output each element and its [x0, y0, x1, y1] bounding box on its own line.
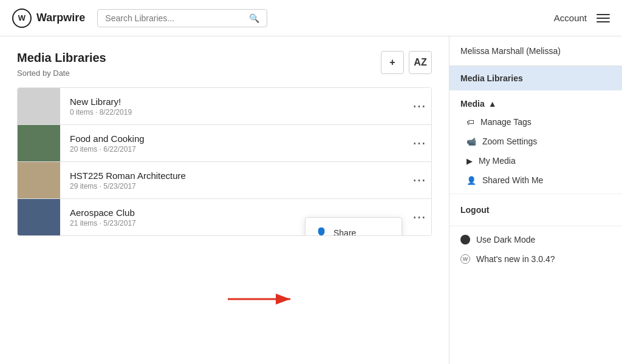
dark-mode-label: Use Dark Mode — [476, 235, 535, 244]
sidebar-menu-label: Zoom Settings — [482, 136, 537, 146]
library-item: New Library!0 items · 8/22/2019⋯ — [18, 88, 431, 125]
library-name: HST225 Roman Architecture — [70, 170, 397, 181]
library-name: Aerospace Club — [70, 207, 397, 218]
sidebar-media-section[interactable]: Media ▲ — [449, 90, 622, 112]
arrow-indicator — [225, 290, 298, 311]
library-name: New Library! — [70, 96, 397, 107]
hamburger-menu[interactable] — [596, 14, 610, 22]
library-item: HST225 Roman Architecture29 items · 5/23… — [18, 162, 431, 199]
library-item: Food and Cooking20 items · 6/22/2017⋯ — [18, 125, 431, 162]
person-icon: 👤 — [466, 176, 476, 185]
search-bar[interactable]: 🔍 — [97, 9, 267, 27]
library-info: HST225 Roman Architecture29 items · 5/23… — [60, 170, 407, 190]
ellipsis-icon: ⋯ — [412, 209, 426, 225]
library-thumbnail — [18, 162, 60, 198]
sidebar-menu: 🏷Manage Tags📹Zoom Settings▶My Media👤Shar… — [449, 112, 622, 190]
sidebar-item-media-libraries[interactable]: Media Libraries — [449, 66, 622, 90]
context-menu-label: Share — [333, 228, 356, 237]
search-input[interactable] — [105, 13, 249, 23]
whats-new-label: What's new in 3.0.4? — [476, 254, 555, 264]
library-menu-button[interactable]: ⋯ — [407, 199, 431, 235]
sidebar-item-manage-tags[interactable]: 🏷Manage Tags — [449, 112, 622, 132]
sidebar-menu-label: Shared With Me — [482, 175, 543, 185]
share-icon: 👤 — [315, 227, 327, 236]
sidebar-item-shared-with-me[interactable]: 👤Shared With Me — [449, 170, 622, 190]
search-icon: 🔍 — [249, 13, 259, 23]
page-title: Media Libraries — [17, 51, 432, 65]
library-menu-button[interactable]: ⋯ — [407, 125, 431, 161]
library-thumbnail — [18, 125, 60, 161]
sort-button[interactable]: AZ — [409, 51, 432, 74]
account-link[interactable]: Account — [554, 13, 587, 23]
library-item: Aerospace Club21 items · 5/23/2017⋯👤Shar… — [18, 199, 431, 235]
content-area: Media Libraries Sorted by Date + AZ New … — [0, 36, 449, 364]
sidebar-footer-dark-mode[interactable]: Use Dark Mode — [449, 230, 622, 249]
library-thumbnail — [18, 88, 60, 124]
sort-label: Sorted by Date — [17, 69, 432, 78]
library-name: Food and Cooking — [70, 133, 397, 144]
header-right: Account — [554, 13, 610, 23]
header: W Warpwire 🔍 Account — [0, 0, 622, 36]
tag-icon: 🏷 — [466, 118, 474, 127]
sidebar-menu-label: My Media — [479, 156, 516, 166]
library-thumbnail — [18, 199, 60, 235]
library-meta: 29 items · 5/23/2017 — [70, 182, 397, 190]
logo-icon: W — [12, 8, 32, 28]
video-icon: 📹 — [466, 137, 476, 146]
logout-button[interactable]: Logout — [449, 198, 622, 222]
play-icon: ▶ — [466, 157, 473, 166]
chevron-up-icon: ▲ — [488, 99, 497, 109]
library-info: New Library!0 items · 8/22/2019 — [60, 96, 407, 116]
context-menu-item-share[interactable]: 👤Share — [306, 221, 402, 236]
sidebar-item-my-media[interactable]: ▶My Media — [449, 151, 622, 170]
context-menu: 👤Share📊Analytics⚙️Settings — [305, 217, 402, 236]
sidebar-divider — [449, 194, 622, 194]
sidebar-user: Melissa Marshall (Melissa) — [449, 36, 622, 66]
dark-mode-icon — [460, 235, 470, 244]
library-info: Food and Cooking20 items · 6/22/2017 — [60, 133, 407, 153]
sidebar-menu-label: Manage Tags — [480, 117, 531, 127]
library-meta: 0 items · 8/22/2019 — [70, 108, 397, 116]
library-list: New Library!0 items · 8/22/2019⋯Food and… — [17, 87, 432, 236]
ellipsis-icon: ⋯ — [412, 172, 426, 188]
logo-name: Warpwire — [36, 12, 85, 24]
sidebar-footer: Use Dark ModeWWhat's new in 3.0.4? — [449, 230, 622, 269]
main-layout: Media Libraries Sorted by Date + AZ New … — [0, 36, 622, 364]
add-library-button[interactable]: + — [381, 51, 404, 74]
ellipsis-icon: ⋯ — [412, 135, 426, 151]
sidebar-footer-whats-new[interactable]: WWhat's new in 3.0.4? — [449, 249, 622, 269]
sidebar-item-zoom-settings[interactable]: 📹Zoom Settings — [449, 132, 622, 151]
library-menu-button[interactable]: ⋯ — [407, 88, 431, 124]
library-meta: 20 items · 6/22/2017 — [70, 145, 397, 153]
logo-area: W Warpwire — [12, 8, 85, 28]
red-arrow-svg — [225, 290, 298, 308]
toolbar: + AZ — [381, 51, 432, 74]
sidebar: Melissa Marshall (Melissa) Media Librari… — [449, 36, 622, 364]
warpwire-icon: W — [460, 254, 470, 264]
ellipsis-icon: ⋯ — [412, 98, 426, 114]
sidebar-divider-2 — [449, 226, 622, 226]
library-menu-button[interactable]: ⋯ — [407, 162, 431, 198]
